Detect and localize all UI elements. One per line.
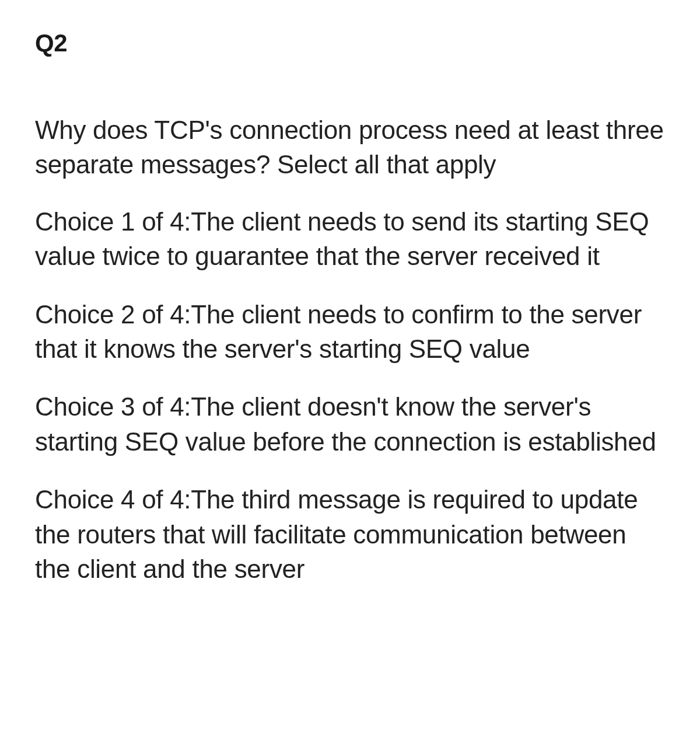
choice-1[interactable]: Choice 1 of 4:The client needs to send i… bbox=[35, 204, 665, 274]
choice-3[interactable]: Choice 3 of 4:The client doesn't know th… bbox=[35, 389, 665, 459]
choice-2[interactable]: Choice 2 of 4:The client needs to confir… bbox=[35, 297, 665, 367]
choice-4[interactable]: Choice 4 of 4:The third message is requi… bbox=[35, 482, 665, 586]
question-prompt: Why does TCP's connection process need a… bbox=[35, 113, 665, 182]
question-number: Q2 bbox=[35, 29, 665, 57]
